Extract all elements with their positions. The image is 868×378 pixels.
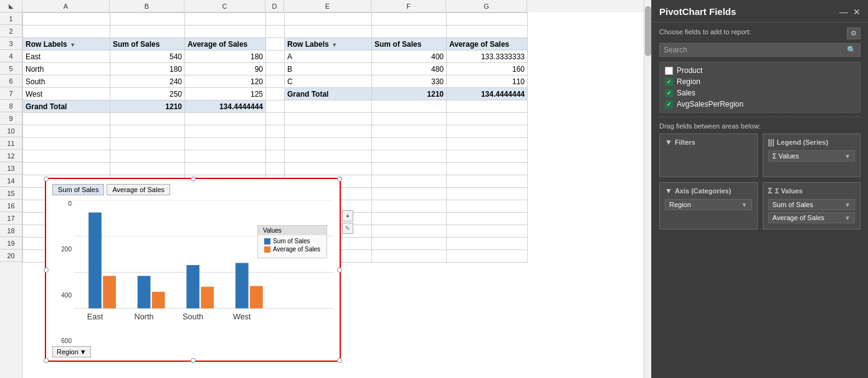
cell-r9-cD[interactable] (266, 113, 285, 125)
cell-r6-cA[interactable]: South (23, 75, 110, 88)
cell-r9-cA[interactable] (23, 113, 110, 125)
cell-r12-cA[interactable] (23, 150, 110, 163)
field-item-region[interactable]: Region (662, 76, 857, 87)
chart-region-filter[interactable]: Region ▼ (52, 346, 91, 357)
resize-handle-top-right[interactable] (337, 177, 342, 182)
cell-r12-cD[interactable] (266, 150, 285, 163)
cell-r1-cD[interactable] (266, 13, 285, 26)
col-header-B[interactable]: B (110, 0, 184, 12)
cell-r1-cE[interactable] (285, 13, 372, 26)
cell-r6-cG[interactable]: 110 (447, 75, 528, 88)
cell-r12-cF[interactable] (372, 150, 447, 163)
col-header-F[interactable]: F (371, 0, 446, 12)
chart-side-btn-2[interactable]: ✎ (342, 223, 353, 234)
cell-r14-cF[interactable] (372, 175, 447, 188)
field-checkbox-sales[interactable] (665, 89, 673, 97)
cell-r7-cF[interactable]: 1210 (372, 88, 447, 100)
v-scrollbar[interactable] (644, 0, 651, 378)
row-num-18[interactable]: 18 (0, 225, 22, 237)
pivot-chart[interactable]: + ✎ Sum of Sales Average of Sales (45, 178, 341, 362)
cell-r9-cF[interactable] (372, 113, 447, 125)
cell-r10-cE[interactable] (285, 125, 372, 138)
row-num-17[interactable]: 17 (0, 212, 22, 225)
cell-r20-cG[interactable] (447, 250, 528, 263)
cell-r10-cC[interactable] (185, 125, 266, 138)
cell-r16-cF[interactable] (372, 200, 447, 213)
row-num-15[interactable]: 15 (0, 187, 22, 200)
cell-r16-cG[interactable] (447, 200, 528, 213)
cell-r2-cA[interactable] (23, 26, 110, 38)
row-num-16[interactable]: 16 (0, 200, 22, 212)
field-checkbox-region[interactable] (665, 78, 673, 86)
row-num-14[interactable]: 14 (0, 175, 22, 187)
col-header-G[interactable]: G (446, 0, 527, 12)
cell-r7-cC[interactable]: 125 (185, 88, 266, 100)
field-checkbox-product[interactable] (665, 67, 673, 75)
cell-r2-cE[interactable] (285, 26, 372, 38)
cell-r4-cE[interactable]: A (285, 51, 372, 63)
cell-r4-cA[interactable]: East (23, 51, 110, 63)
resize-handle-right[interactable] (337, 268, 342, 273)
cell-r15-cG[interactable] (447, 188, 528, 200)
search-box[interactable]: 🔍 (659, 43, 861, 57)
row-num-9[interactable]: 9 (0, 112, 22, 125)
row-num-12[interactable]: 12 (0, 150, 22, 162)
cell-r14-cG[interactable] (447, 175, 528, 188)
cell-r5-cB[interactable]: 180 (110, 63, 185, 75)
resize-handle-top-left[interactable] (44, 177, 49, 182)
cell-r3-cB[interactable]: Sum of Sales (110, 38, 185, 51)
cell-r10-cA[interactable] (23, 125, 110, 138)
cell-r9-cE[interactable] (285, 113, 372, 125)
field-item-product[interactable]: Product (662, 65, 857, 76)
cell-r12-cG[interactable] (447, 150, 528, 163)
cell-r6-cD[interactable] (266, 75, 285, 88)
cell-r11-cD[interactable] (266, 138, 285, 150)
field-item-sales[interactable]: Sales (662, 87, 857, 99)
cell-r1-cC[interactable] (185, 13, 266, 26)
cell-r6-cF[interactable]: 330 (372, 75, 447, 88)
cell-r20-cF[interactable] (372, 250, 447, 263)
cell-r3-cD[interactable] (266, 38, 285, 51)
cell-r9-cB[interactable] (110, 113, 185, 125)
row-num-5[interactable]: 5 (0, 62, 22, 75)
cell-r3-cA[interactable]: Row Labels ▼ (23, 38, 110, 51)
cell-r13-cF[interactable] (372, 163, 447, 175)
cell-r5-cA[interactable]: North (23, 63, 110, 75)
resize-handle-top[interactable] (191, 177, 196, 182)
cell-r10-cB[interactable] (110, 125, 185, 138)
row-num-19[interactable]: 19 (0, 237, 22, 250)
cell-r13-cA[interactable] (23, 163, 110, 175)
cell-r12-cC[interactable] (185, 150, 266, 163)
col-header-D[interactable]: D (265, 0, 284, 12)
cell-r4-cB[interactable]: 540 (110, 51, 185, 63)
cell-r3-cF[interactable]: Sum of Sales (372, 38, 447, 51)
row-num-8[interactable]: 8 (0, 100, 22, 112)
cell-r5-cC[interactable]: 90 (185, 63, 266, 75)
cell-r10-cF[interactable] (372, 125, 447, 138)
cell-r8-cC[interactable]: 134.4444444 (185, 100, 266, 113)
cell-r8-cE[interactable] (285, 100, 372, 113)
cell-r13-cD[interactable] (266, 163, 285, 175)
cell-r7-cB[interactable]: 250 (110, 88, 185, 100)
col-header-C[interactable]: C (184, 0, 265, 12)
cell-r4-cF[interactable]: 400 (372, 51, 447, 63)
row-num-7[interactable]: 7 (0, 87, 22, 100)
cell-r6-cE[interactable]: C (285, 75, 372, 88)
cell-r2-cD[interactable] (266, 26, 285, 38)
resize-handle-bottom-left[interactable] (44, 358, 49, 363)
row-num-11[interactable]: 11 (0, 137, 22, 150)
cell-r7-cE[interactable]: Grand Total (285, 88, 372, 100)
chart-btn-sum-of-sales[interactable]: Sum of Sales (52, 184, 104, 195)
area-item-3-1[interactable]: Average of Sales▼ (768, 212, 856, 223)
cell-r11-cA[interactable] (23, 138, 110, 150)
cell-r5-cG[interactable]: 160 (447, 63, 528, 75)
row-num-20[interactable]: 20 (0, 250, 22, 262)
cell-r13-cE[interactable] (285, 163, 372, 175)
collapse-button[interactable]: — (839, 7, 848, 17)
cell-r8-cG[interactable] (447, 100, 528, 113)
cell-r15-cF[interactable] (372, 188, 447, 200)
field-item-avgsalesperregion[interactable]: AvgSalesPerRegion (662, 99, 857, 110)
cell-r1-cB[interactable] (110, 13, 185, 26)
cell-r3-cE[interactable]: Row Labels ▼ (285, 38, 372, 51)
cell-r3-cG[interactable]: Average of Sales (447, 38, 528, 51)
